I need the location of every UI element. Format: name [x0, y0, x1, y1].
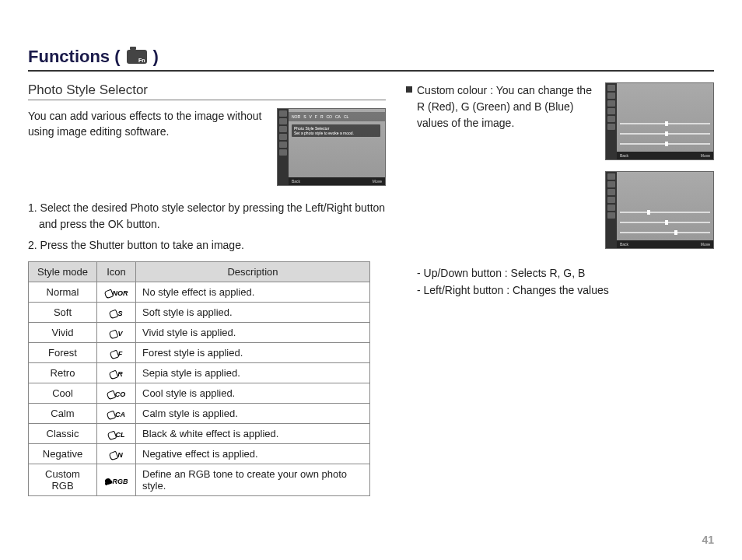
strip-style-icon: CA: [335, 114, 341, 119]
custom-colour-label: Custom colour :: [417, 84, 493, 96]
style-mode-icon: V: [110, 330, 122, 338]
style-mode-icon: R: [110, 370, 123, 378]
cell-icon: S: [97, 303, 136, 323]
cell-icon: CL: [97, 424, 136, 444]
step-item: 2. Press the Shutter button to take an i…: [28, 237, 386, 254]
cell-desc: Black & white effect is applied.: [136, 424, 370, 444]
style-mode-icon: N: [110, 451, 123, 459]
table-row: NormalNORNo style effect is applied.: [29, 282, 370, 303]
style-mode-icon: S: [110, 310, 122, 317]
cell-icon: CA: [97, 404, 136, 424]
thumb-status-back: Back: [620, 242, 628, 247]
table-row: NegativeNNegative effect is applied.: [29, 444, 370, 464]
thumb-status-move: Move: [701, 153, 710, 158]
strip-style-icon: CO: [327, 114, 333, 119]
cell-mode: Classic: [29, 424, 97, 444]
title-prefix: Functions (: [28, 47, 121, 67]
strip-style-icon: NOR: [292, 114, 300, 119]
style-mode-icon: CO: [107, 390, 126, 398]
thumb-status-back: Back: [620, 153, 628, 158]
style-mode-icon: CL: [108, 431, 125, 439]
cell-mode: Retro: [29, 363, 97, 383]
cell-icon: RGB: [97, 464, 136, 496]
table-header-row: Style mode Icon Description: [29, 262, 370, 282]
table-row: Custom RGBRGBDefine an RGB tone to creat…: [29, 464, 370, 496]
cell-icon: F: [97, 343, 136, 363]
button-instructions: - Up/Down button : Selects R, G, B - Lef…: [417, 264, 714, 299]
cell-mode: Custom RGB: [29, 464, 97, 496]
strip-style-icon: S: [303, 114, 306, 119]
intro-text: You can add various effects to the image…: [28, 108, 269, 140]
style-strip: NORSVFRCOCACL: [289, 112, 385, 121]
cell-desc: Sepia style is applied.: [136, 363, 370, 383]
table-row: SoftSSoft style is applied.: [29, 303, 370, 323]
thumb-tooltip-desc: Set a photo style to evoke a mood.: [294, 131, 378, 135]
camera-fn-icon: Fn: [127, 50, 147, 64]
thumb-status-move: Move: [373, 179, 382, 184]
cell-mode: Vivid: [29, 323, 97, 343]
table-row: CoolCOCool style is applied.: [29, 383, 370, 404]
page-number: 41: [702, 534, 714, 546]
section-subtitle: Photo Style Selector: [28, 82, 386, 100]
strip-style-icon: F: [315, 114, 317, 119]
page-title: Functions ( Fn ): [28, 47, 714, 72]
preview-thumbnail-rgb-1: Back Move: [605, 82, 714, 160]
cell-icon: N: [97, 444, 136, 464]
cell-desc: Negative effect is applied.: [136, 444, 370, 464]
cell-desc: Define an RGB tone to create your own ph…: [136, 464, 370, 496]
strip-style-icon: V: [309, 114, 311, 119]
step-item: 1. Select the desired Photo style select…: [28, 200, 386, 233]
table-row: ForestFForest style is applied.: [29, 343, 370, 363]
table-row: ClassicCLBlack & white effect is applied…: [29, 424, 370, 444]
preview-thumbnail-main: NORSVFRCOCACL Photo Style Selector Set a…: [277, 108, 386, 186]
table-row: VividVVivid style is applied.: [29, 323, 370, 343]
style-table: Style mode Icon Description NormalNORNo …: [28, 261, 370, 496]
strip-style-icon: R: [320, 114, 324, 119]
cell-mode: Calm: [29, 404, 97, 424]
cell-mode: Normal: [29, 282, 97, 303]
th-desc: Description: [136, 262, 370, 282]
style-mode-icon: F: [110, 350, 123, 358]
instruction-line: - Up/Down button : Selects R, G, B: [417, 264, 714, 282]
square-bullet-icon: [406, 86, 412, 93]
style-mode-icon: CA: [107, 411, 125, 418]
cell-mode: Forest: [29, 343, 97, 363]
cell-icon: V: [97, 323, 136, 343]
cell-mode: Soft: [29, 303, 97, 323]
style-mode-icon: NOR: [105, 289, 128, 297]
cell-desc: Soft style is applied.: [136, 303, 370, 323]
th-icon: Icon: [97, 262, 136, 282]
preview-thumbnail-rgb-2: Back Move: [605, 171, 714, 249]
cell-desc: No style effect is applied.: [136, 282, 370, 303]
thumb-status-back: Back: [292, 179, 300, 184]
table-row: RetroRSepia style is applied.: [29, 363, 370, 383]
style-table-body: NormalNORNo style effect is applied.Soft…: [29, 282, 370, 496]
cell-desc: Vivid style is applied.: [136, 323, 370, 343]
cell-desc: Forest style is applied.: [136, 343, 370, 363]
title-suffix: ): [153, 47, 159, 67]
style-mode-icon: RGB: [105, 478, 128, 485]
table-row: CalmCACalm style is applied.: [29, 404, 370, 424]
th-mode: Style mode: [29, 262, 97, 282]
cell-mode: Negative: [29, 444, 97, 464]
cell-icon: CO: [97, 383, 136, 404]
cell-desc: Calm style is applied.: [136, 404, 370, 424]
cell-icon: R: [97, 363, 136, 383]
instruction-line: - Left/Right button : Changes the values: [417, 282, 714, 299]
cell-icon: NOR: [97, 282, 136, 303]
strip-style-icon: CL: [344, 114, 348, 119]
cell-mode: Cool: [29, 383, 97, 404]
steps-list: 1. Select the desired Photo style select…: [28, 200, 386, 254]
thumb-status-move: Move: [701, 242, 710, 247]
cell-desc: Cool style is applied.: [136, 383, 370, 404]
